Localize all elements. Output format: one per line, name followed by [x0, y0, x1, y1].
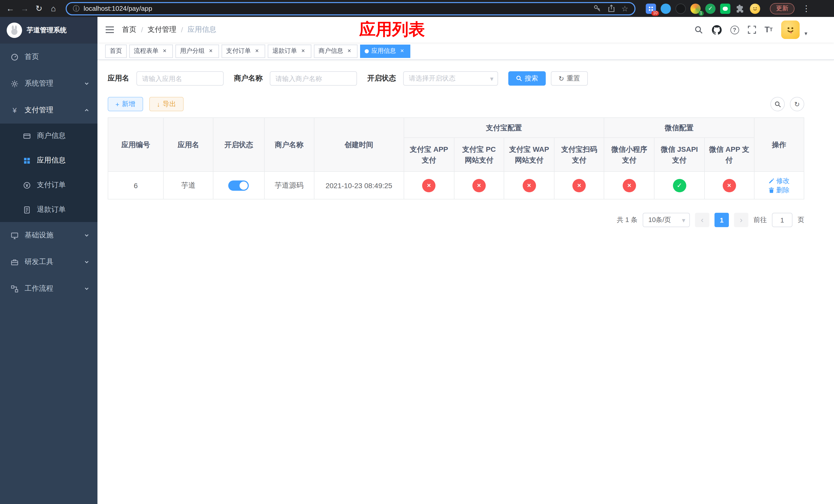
table-toolbar: + 新增 ↓ 导出 ↻ [108, 97, 804, 111]
browser-home-button[interactable]: ⌂ [46, 1, 61, 16]
forward-icon: → [21, 4, 29, 13]
order-icon [23, 181, 31, 189]
extension-grid-icon[interactable]: 10 [646, 3, 656, 14]
sidebar-item-refund-order[interactable]: 退款订单 [0, 198, 97, 222]
close-icon[interactable]: × [254, 47, 261, 54]
tab-refund-order[interactable]: 退款订单 × [268, 44, 311, 58]
close-icon[interactable]: × [300, 47, 307, 54]
sidebar-item-dev-tools[interactable]: 研发工具 [0, 249, 97, 275]
reset-button[interactable]: ↻ 重置 [551, 71, 588, 86]
close-icon[interactable]: × [346, 47, 353, 54]
merchant-name-input[interactable] [270, 71, 357, 86]
sidebar-logo[interactable]: 芋道管理系统 [0, 17, 97, 44]
export-button[interactable]: ↓ 导出 [149, 97, 184, 111]
help-icon[interactable]: ? [730, 25, 739, 34]
sidebar-item-app-info[interactable]: 应用信息 [0, 148, 97, 173]
tab-app-info[interactable]: 应用信息 × [360, 44, 410, 58]
tab-label: 支付订单 [226, 47, 251, 55]
row-status-switch[interactable] [228, 180, 249, 190]
extension-avatar-icon[interactable]: 1 [690, 3, 701, 14]
page-content: 应用名 商户名称 开启状态 请选择开启状态 ▾ [97, 60, 834, 504]
sidebar-toggle-icon[interactable] [105, 26, 114, 34]
status-wechat-mini: × [623, 179, 636, 192]
edit-link[interactable]: 修改 [769, 176, 790, 185]
bookmark-star-icon[interactable]: ☆ [621, 4, 628, 13]
tab-label: 商户信息 [319, 47, 343, 55]
add-button[interactable]: + 新增 [108, 97, 143, 111]
current-page[interactable]: 1 [715, 213, 729, 227]
refresh-button[interactable]: ↻ [790, 97, 804, 111]
browser-forward-button[interactable]: → [18, 1, 32, 16]
extension-drop-icon[interactable] [661, 3, 671, 14]
sidebar-item-payment[interactable]: ¥ 支付管理 [0, 97, 97, 123]
user-avatar[interactable] [782, 21, 800, 39]
extension-check-icon[interactable]: ✓ [705, 3, 716, 14]
close-icon[interactable]: × [207, 47, 214, 54]
status-alipay-pc: × [473, 179, 486, 192]
share-icon[interactable] [608, 5, 615, 12]
browser-back-button[interactable]: ← [3, 1, 18, 16]
browser-update-button[interactable]: 更新 [770, 3, 794, 14]
sidebar-item-workflow[interactable]: 工作流程 [0, 275, 97, 302]
sidebar-item-pay-order[interactable]: 支付订单 [0, 173, 97, 198]
sidebar-item-home[interactable]: 首页 [0, 44, 97, 70]
sidebar-item-infra[interactable]: 基础设施 [0, 222, 97, 249]
chevron-down-icon [84, 286, 89, 291]
search-button[interactable]: 搜索 [508, 71, 546, 86]
browser-menu-button[interactable]: ⋮ [799, 1, 813, 16]
profile-avatar-icon[interactable] [750, 3, 760, 14]
address-bar[interactable]: ⓘ localhost:1024/pay/app ☆ [66, 2, 636, 15]
goto-page-input[interactable] [772, 213, 792, 227]
font-size-icon[interactable]: TT [765, 26, 773, 34]
close-icon[interactable]: × [161, 47, 168, 54]
site-info-icon[interactable]: ⓘ [73, 4, 80, 13]
tab-home[interactable]: 首页 [105, 44, 127, 58]
fullscreen-icon[interactable] [748, 26, 756, 34]
prev-page-button[interactable]: ‹ [695, 213, 709, 227]
table-row: 6 芋道 芋道源码 2021-10-23 08:49:25 × × × × × … [108, 171, 804, 199]
col-merchant-name: 商户名称 [264, 118, 314, 171]
extension-wechat-icon[interactable] [720, 3, 730, 14]
close-icon[interactable]: × [398, 47, 406, 54]
browser-toolbar: ← → ↻ ⌂ ⓘ localhost:1024/pay/app ☆ 10 [0, 0, 834, 17]
toggle-search-button[interactable] [770, 97, 785, 111]
delete-link[interactable]: 删除 [769, 185, 790, 194]
browser-extensions: 10 1 ✓ [646, 3, 760, 14]
page-size-select[interactable]: 10条/页 ▾ [643, 213, 690, 227]
search-icon[interactable] [694, 25, 703, 34]
prev-icon: ‹ [701, 215, 704, 225]
goto-label: 前往 [753, 215, 767, 225]
app-name-input[interactable] [136, 71, 224, 86]
tab-label: 用户分组 [180, 47, 205, 55]
tab-label: 流程表单 [134, 47, 158, 55]
tab-pay-order[interactable]: 支付订单 × [222, 44, 265, 58]
sidebar-item-label: 应用信息 [37, 156, 66, 165]
navbar: 首页 / 支付管理 / 应用信息 应用列表 ? [97, 17, 834, 43]
breadcrumb-payment[interactable]: 支付管理 [148, 25, 176, 35]
sidebar-item-label: 系统管理 [25, 79, 53, 88]
breadcrumb-home[interactable]: 首页 [122, 25, 136, 35]
sidebar-item-merchant-info[interactable]: 商户信息 [0, 123, 97, 148]
col-wechat-mini: 微信小程序支付 [604, 138, 655, 171]
breadcrumb-separator: / [181, 26, 183, 34]
col-actions: 操作 [754, 118, 804, 171]
tab-process-form[interactable]: 流程表单 × [129, 44, 173, 58]
status-select-placeholder: 请选择开启状态 [409, 74, 456, 83]
extensions-puzzle-icon[interactable] [735, 3, 745, 14]
password-key-icon[interactable] [593, 5, 601, 12]
status-select[interactable]: 请选择开启状态 ▾ [403, 71, 498, 86]
next-page-button[interactable]: › [734, 213, 748, 227]
browser-reload-button[interactable]: ↻ [32, 1, 46, 16]
user-menu-caret-icon[interactable]: ▾ [805, 30, 807, 39]
plus-icon: + [115, 100, 119, 108]
col-alipay-wap: 支付宝 WAP 网站支付 [504, 138, 554, 171]
cell-app-id: 6 [108, 171, 163, 199]
extension-dark-icon[interactable] [676, 3, 686, 14]
back-icon: ← [6, 4, 14, 13]
tab-merchant-info[interactable]: 商户信息 × [314, 44, 357, 58]
github-icon[interactable] [712, 25, 721, 35]
sidebar-item-system[interactable]: 系统管理 [0, 70, 97, 97]
tab-user-group[interactable]: 用户分组 × [175, 44, 219, 58]
col-group-alipay: 支付宝配置 [404, 118, 604, 138]
sidebar-item-label: 商户信息 [37, 131, 66, 140]
